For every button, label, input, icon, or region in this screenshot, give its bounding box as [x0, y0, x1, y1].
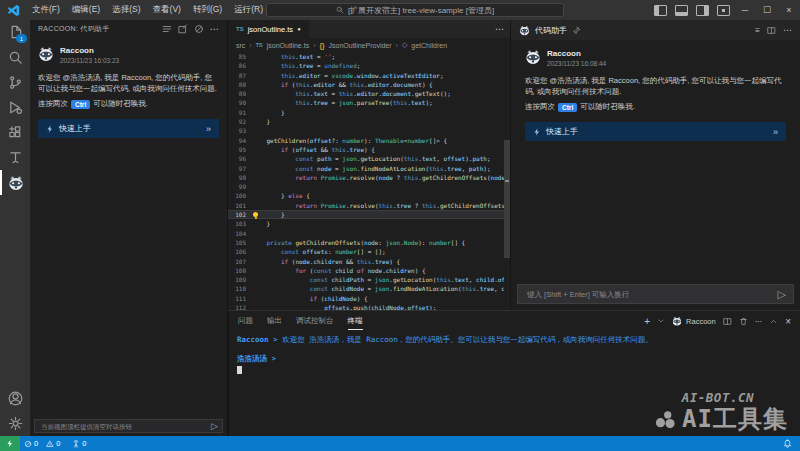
code-line[interactable]: 109 const childPath = json.getLocation(t…: [228, 275, 504, 284]
quick-start-button[interactable]: 快速上手 »: [525, 122, 786, 141]
code-line[interactable]: 92 }: [228, 117, 504, 126]
menu-item[interactable]: 转到(G): [187, 4, 228, 16]
line-number[interactable]: 104: [228, 229, 252, 238]
code-line[interactable]: 97 const node = json.findNodeAtLocation(…: [228, 164, 504, 173]
code-line[interactable]: 112 offsets.push(childNode.offset);: [228, 303, 504, 310]
line-number[interactable]: 91: [228, 108, 252, 117]
editor-tab-jsonoutline[interactable]: TS jsonOutline.ts ●: [228, 20, 309, 38]
command-center-search[interactable]: [扩展开发宿主] tree-view-sample [管理员]: [266, 3, 564, 17]
sidebar-item-extensions[interactable]: [0, 120, 30, 145]
line-number[interactable]: 108: [228, 266, 252, 275]
line-number[interactable]: 110: [228, 284, 252, 293]
code-line[interactable]: 90 this.tree = json.parseTree(this.text)…: [228, 98, 504, 107]
send-icon[interactable]: ▷: [211, 422, 218, 431]
list-icon[interactable]: [162, 24, 172, 34]
pin-icon[interactable]: [572, 26, 581, 35]
line-number[interactable]: 96: [228, 154, 252, 163]
line-number[interactable]: 111: [228, 294, 252, 303]
line-number[interactable]: 98: [228, 173, 252, 182]
sidebar-item-run-debug[interactable]: [0, 95, 30, 120]
code-line[interactable]: 107 if (node.children && this.tree) {: [228, 257, 504, 266]
code-line[interactable]: 103 }: [228, 219, 504, 228]
line-number[interactable]: 88: [228, 80, 252, 89]
line-number[interactable]: 85: [228, 52, 252, 61]
breadcrumb-method[interactable]: getChildren: [411, 42, 447, 49]
terminal[interactable]: Raccoon > 欢迎您 浩浩汤汤，我是 Raccoon，您的代码助手。您可以…: [237, 335, 792, 436]
code-line[interactable]: 85 this.text = '';: [228, 52, 504, 61]
sidebar-item-raccoon[interactable]: [0, 170, 30, 195]
line-number[interactable]: 107: [228, 257, 252, 266]
breadcrumb-src[interactable]: src: [236, 42, 245, 49]
code-line[interactable]: 86 this.tree = undefined;: [228, 61, 504, 70]
code-editor[interactable]: 85 this.text = '';86 this.tree = undefin…: [228, 52, 504, 310]
new-chat-icon[interactable]: [178, 24, 188, 34]
split-terminal-icon[interactable]: [723, 317, 732, 326]
line-number[interactable]: 87: [228, 71, 252, 80]
panel-tab-title[interactable]: 代码助手: [535, 25, 567, 36]
code-line[interactable]: 93: [228, 126, 504, 135]
menu-item[interactable]: 查看(V): [147, 4, 187, 16]
maximize-button[interactable]: ☐: [756, 0, 778, 20]
assistant-chat-input[interactable]: [525, 289, 778, 300]
code-line[interactable]: 111 if (childNode) {: [228, 294, 504, 303]
code-line[interactable]: 89 this.text = this.editor.document.getT…: [228, 89, 504, 98]
customize-layout-icon[interactable]: [717, 5, 730, 16]
errors-status[interactable]: 0: [20, 439, 42, 448]
line-number[interactable]: 95: [228, 145, 252, 154]
breadcrumb-class[interactable]: JsonOutlineProvider: [329, 42, 392, 49]
sidebar-item-explorer[interactable]: 1: [0, 20, 30, 45]
split-icon[interactable]: [767, 26, 776, 35]
code-line[interactable]: 106 const offsets: number[] = [];: [228, 247, 504, 256]
line-number[interactable]: 94: [228, 136, 252, 145]
code-line[interactable]: 95 if (offset && this.tree) {: [228, 145, 504, 154]
quick-start-button[interactable]: 快速上手 »: [38, 119, 219, 138]
menu-item[interactable]: 文件(F): [26, 4, 66, 16]
panel-tab-输出[interactable]: 输出: [267, 312, 282, 330]
code-line[interactable]: 105 private getChildrenOffsets(node: jso…: [228, 238, 504, 247]
warnings-status[interactable]: 0: [42, 439, 64, 448]
line-number[interactable]: 100: [228, 191, 252, 200]
toggle-secondary-sidebar-icon[interactable]: [696, 5, 709, 16]
panel-tab-调试控制台[interactable]: 调试控制台: [296, 312, 334, 330]
line-number[interactable]: 103: [228, 219, 252, 228]
code-line[interactable]: 104: [228, 229, 504, 238]
code-line[interactable]: 100 } else {: [228, 191, 504, 200]
line-number[interactable]: 99: [228, 182, 252, 191]
panel-tab-终端[interactable]: 终端: [348, 312, 363, 330]
modified-dot-icon[interactable]: ●: [297, 26, 301, 32]
line-number[interactable]: 97: [228, 164, 252, 173]
chevron-down-icon[interactable]: [657, 317, 665, 325]
line-number[interactable]: 106: [228, 247, 252, 256]
close-button[interactable]: ×: [778, 0, 800, 20]
line-number[interactable]: 102: [228, 210, 252, 219]
toggle-sidebar-icon[interactable]: [654, 5, 667, 16]
sidebar-item-search[interactable]: [0, 45, 30, 70]
code-line[interactable]: 110 const childNode = json.findNodeAtLoc…: [228, 284, 504, 293]
line-number[interactable]: 89: [228, 89, 252, 98]
menu-item[interactable]: 编辑(E): [66, 4, 106, 16]
editor-actions-more-icon[interactable]: ⋯: [495, 20, 510, 38]
code-line[interactable]: 96 const path = json.getLocation(this.te…: [228, 154, 504, 163]
breadcrumb-file[interactable]: jsonOutline.ts: [267, 42, 309, 49]
sidebar-item-source-control[interactable]: [0, 70, 30, 95]
trash-icon[interactable]: [739, 317, 748, 326]
line-number[interactable]: 90: [228, 98, 252, 107]
panel-tab-问题[interactable]: 问题: [238, 312, 253, 330]
code-line[interactable]: 101 return Promise.resolve(this.tree ? t…: [228, 201, 504, 210]
code-line[interactable]: 88 if (this.editor && this.editor.docume…: [228, 80, 504, 89]
minimize-button[interactable]: ─: [734, 0, 756, 20]
send-icon[interactable]: ▷: [778, 289, 786, 300]
list-icon[interactable]: ≡: [755, 26, 760, 35]
bell-icon[interactable]: [783, 439, 792, 448]
code-line[interactable]: 94 getChildren(offset?: number): Thenabl…: [228, 136, 504, 145]
more-icon[interactable]: ⋯: [755, 317, 763, 326]
sidebar-item-account[interactable]: [0, 386, 30, 411]
code-line[interactable]: 91 }: [228, 108, 504, 117]
line-number[interactable]: 112: [228, 303, 252, 310]
sidebar-item-tree-view[interactable]: [0, 145, 30, 170]
back-arrow-icon[interactable]: ←: [237, 5, 247, 16]
menu-item[interactable]: 选择(S): [106, 4, 146, 16]
remote-indicator[interactable]: [0, 436, 20, 451]
toggle-panel-icon[interactable]: [675, 5, 688, 16]
code-line[interactable]: 87 this.editor = vscode.window.activeTex…: [228, 71, 504, 80]
